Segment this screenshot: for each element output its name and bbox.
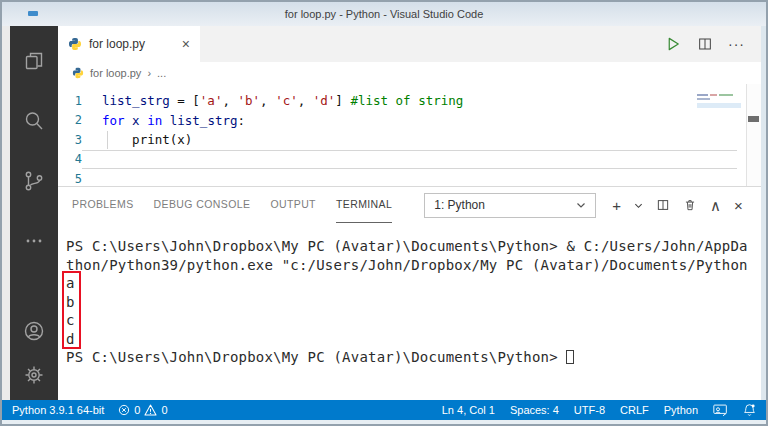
more-views-icon[interactable] bbox=[21, 228, 47, 254]
panel-tab-debug-console[interactable]: DEBUG CONSOLE bbox=[154, 187, 251, 223]
tab-for-loop-py[interactable]: for loop.py × bbox=[58, 26, 200, 62]
notifications-bell-icon[interactable] bbox=[743, 403, 756, 417]
indentation-status[interactable]: Spaces: 4 bbox=[510, 404, 559, 416]
editor-scrollbar[interactable] bbox=[746, 84, 761, 186]
tab-label: for loop.py bbox=[89, 37, 145, 51]
encoding-status[interactable]: UTF-8 bbox=[574, 404, 605, 416]
title-bar: for loop.py - Python - Visual Studio Cod… bbox=[2, 2, 766, 26]
code-line-1[interactable]: 1list_strg = ['a', 'b', 'c', 'd'] #list … bbox=[58, 91, 761, 111]
panel-header: PROBLEMSDEBUG CONSOLEOUTPUTTERMINAL 1: P… bbox=[58, 187, 761, 223]
chevron-down-icon bbox=[576, 200, 586, 210]
source-control-icon[interactable] bbox=[21, 168, 47, 194]
language-mode-status[interactable]: Python bbox=[664, 404, 698, 416]
line-content: for x in list_strg: bbox=[82, 111, 737, 131]
vscode-window: for loop.py - Python - Visual Studio Cod… bbox=[0, 0, 768, 426]
window-title: for loop.py - Python - Visual Studio Cod… bbox=[285, 8, 484, 20]
terminal-cursor bbox=[566, 350, 574, 364]
code-line-4[interactable]: 4 bbox=[58, 150, 761, 170]
new-terminal-button[interactable]: + bbox=[612, 198, 621, 213]
window-right-frame bbox=[761, 26, 766, 400]
line-content: list_strg = ['a', 'b', 'c', 'd'] #list o… bbox=[82, 91, 737, 111]
breadcrumb-more[interactable]: ... bbox=[157, 67, 166, 79]
explorer-icon[interactable] bbox=[21, 48, 47, 74]
minimap[interactable] bbox=[697, 93, 741, 119]
account-icon[interactable] bbox=[21, 318, 47, 344]
line-number: 4 bbox=[58, 152, 82, 166]
window-bottom-frame bbox=[2, 420, 766, 424]
panel-tabs: PROBLEMSDEBUG CONSOLEOUTPUTTERMINAL bbox=[72, 187, 412, 223]
line-content: print(x) bbox=[82, 130, 737, 150]
terminal-select-value: 1: Python bbox=[434, 198, 485, 212]
warning-icon bbox=[144, 404, 157, 416]
panel-tab-output[interactable]: OUTPUT bbox=[270, 187, 316, 223]
code-lines: 1list_strg = ['a', 'b', 'c', 'd'] #list … bbox=[58, 91, 761, 186]
terminal-select[interactable]: 1: Python bbox=[424, 193, 596, 218]
scrollbar-handle[interactable] bbox=[748, 116, 759, 122]
run-button[interactable] bbox=[664, 35, 682, 53]
terminal-line: PS C:\Users\John\Dropbox\My PC (Avatar)\… bbox=[66, 348, 761, 367]
new-terminal-dropdown-icon[interactable] bbox=[634, 201, 643, 210]
terminal-output[interactable]: PS C:\Users\John\Dropbox\My PC (Avatar)\… bbox=[58, 223, 761, 400]
terminal-line: b bbox=[66, 293, 761, 312]
split-editor-icon[interactable] bbox=[697, 36, 713, 52]
tab-close-icon[interactable]: × bbox=[182, 36, 190, 52]
line-content bbox=[82, 169, 737, 186]
feedback-icon[interactable] bbox=[713, 404, 728, 417]
panel-tab-terminal[interactable]: TERMINAL bbox=[336, 187, 392, 223]
code-editor[interactable]: 1list_strg = ['a', 'b', 'c', 'd'] #list … bbox=[58, 84, 761, 186]
vscode-logo-icon bbox=[28, 11, 38, 16]
status-bar: Python 3.9.1 64-bit 0 0 Ln 4, Col 1 Spac… bbox=[2, 400, 766, 420]
annotation-highlight-box bbox=[62, 271, 81, 349]
search-icon[interactable] bbox=[21, 108, 47, 134]
code-line-5[interactable]: 5 bbox=[58, 169, 761, 186]
gear-icon[interactable] bbox=[21, 362, 47, 388]
breadcrumb[interactable]: for loop.py › ... bbox=[58, 62, 761, 84]
activity-bar bbox=[10, 26, 58, 400]
eol-status[interactable]: CRLF bbox=[620, 404, 649, 416]
breadcrumb-file[interactable]: for loop.py bbox=[90, 67, 141, 79]
bottom-panel: PROBLEMSDEBUG CONSOLEOUTPUTTERMINAL 1: P… bbox=[58, 186, 761, 400]
line-number: 1 bbox=[58, 94, 82, 108]
terminal-line: PS C:\Users\John\Dropbox\My PC (Avatar)\… bbox=[66, 237, 761, 256]
line-number: 2 bbox=[58, 113, 82, 127]
cursor-position-status[interactable]: Ln 4, Col 1 bbox=[442, 404, 495, 416]
editor-more-actions-icon[interactable]: ··· bbox=[728, 39, 745, 49]
python-file-icon bbox=[72, 67, 84, 79]
terminal-line: c bbox=[66, 311, 761, 330]
terminal-line: a bbox=[66, 274, 761, 293]
line-number: 3 bbox=[58, 133, 82, 147]
editor-tab-bar: for loop.py × ··· bbox=[58, 26, 761, 62]
panel-tab-problems[interactable]: PROBLEMS bbox=[72, 187, 134, 223]
python-interpreter-status[interactable]: Python 3.9.1 64-bit bbox=[12, 404, 104, 416]
kill-terminal-trash-icon[interactable] bbox=[683, 198, 697, 212]
python-file-icon bbox=[68, 37, 82, 51]
line-number: 5 bbox=[58, 172, 82, 186]
code-line-2[interactable]: 2for x in list_strg: bbox=[58, 111, 761, 131]
line-content bbox=[82, 150, 737, 170]
terminal-line: thon/Python39/python.exe "c:/Users/John/… bbox=[66, 256, 761, 275]
error-icon bbox=[118, 404, 130, 416]
window-left-frame bbox=[2, 26, 10, 400]
indent-guide bbox=[107, 131, 108, 149]
breadcrumb-separator: › bbox=[147, 67, 151, 79]
terminal-line: d bbox=[66, 330, 761, 349]
split-terminal-icon[interactable] bbox=[656, 198, 670, 212]
maximize-panel-icon[interactable]: ∧ bbox=[710, 198, 721, 213]
close-panel-icon[interactable]: × bbox=[734, 198, 743, 213]
problems-status[interactable]: 0 0 bbox=[118, 404, 167, 416]
code-line-3[interactable]: 3 print(x) bbox=[58, 130, 761, 150]
